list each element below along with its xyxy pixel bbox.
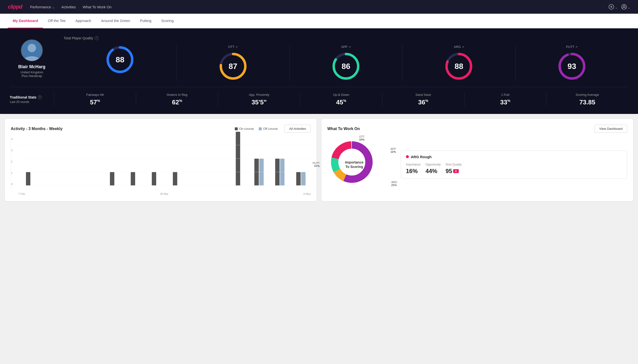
player-country: United Kingdom xyxy=(21,70,43,74)
ott-label: OTT xyxy=(228,45,238,49)
stats-subtitle: Last 20 rounds xyxy=(10,100,54,104)
user-menu-button[interactable] xyxy=(621,4,630,10)
arg-ring: 88 xyxy=(444,52,474,81)
bar-offcourse xyxy=(280,159,285,186)
grid-line-1 xyxy=(18,172,311,172)
performance-dropdown-icon xyxy=(52,5,55,9)
tab-off-the-tee[interactable]: Off the Tee xyxy=(43,14,71,28)
info-card-stats: Importance 16% Opportunity 44% Shot Qual… xyxy=(406,163,622,174)
tab-my-dashboard[interactable]: My Dashboard xyxy=(8,14,43,28)
overall-value: 88 xyxy=(116,55,124,64)
donut-chart: Importance To Scoring xyxy=(327,138,381,192)
tpq-putt: PUTT 93 xyxy=(516,45,628,81)
bar-group-10 xyxy=(228,132,248,186)
shot-quality-badge: ▼ xyxy=(453,169,459,173)
activity-panel-header: Activity - 3 Months - Weekly On course O… xyxy=(11,125,311,133)
grid-line-2 xyxy=(18,158,311,159)
stats-label-section: Traditional Stats ? Last 20 rounds xyxy=(10,95,54,104)
nav-performance[interactable]: Performance xyxy=(30,1,55,13)
bar-oncourse xyxy=(236,132,240,186)
bar-group-0 xyxy=(18,172,38,186)
user-dropdown-icon xyxy=(628,4,630,10)
app-trend-icon xyxy=(349,45,351,49)
chart-legend: On course Off course xyxy=(235,127,278,130)
add-button[interactable] xyxy=(609,4,617,10)
donut-section: OTT10% APP12% ARG21% PUTT57% xyxy=(327,138,381,192)
wtwo-content: OTT10% APP12% ARG21% PUTT57% xyxy=(327,138,627,192)
offcourse-dot xyxy=(259,127,262,130)
putt-ring: 93 xyxy=(557,52,587,81)
bar-group-13 xyxy=(291,172,311,186)
bar-oncourse xyxy=(131,172,135,186)
putt-trend-icon xyxy=(575,45,577,49)
ott-value: 87 xyxy=(229,62,238,71)
bar-offcourse xyxy=(259,159,264,186)
arg-value: 88 xyxy=(455,62,464,71)
stats-title: Traditional Stats ? xyxy=(10,95,54,99)
add-dropdown-icon xyxy=(615,4,617,10)
app-value: 86 xyxy=(341,62,350,71)
bar-group-7 xyxy=(165,172,185,186)
bar-group-5 xyxy=(123,172,143,186)
app-label: APP xyxy=(341,45,351,49)
nav-what-to-work-on[interactable]: What To Work On xyxy=(83,1,112,13)
tpq-help-icon[interactable]: ? xyxy=(95,36,99,40)
app-ring: 86 xyxy=(331,52,361,81)
stat-updown: Up & Down 45% xyxy=(300,93,382,106)
bar-oncourse xyxy=(254,159,259,186)
activity-title: Activity - 3 Months - Weekly xyxy=(11,127,62,131)
tpq-circles: 88 OTT 87 xyxy=(64,45,628,81)
nav-links: Performance Activities What To Work On xyxy=(30,1,601,13)
nav-right xyxy=(609,4,630,10)
info-card: ARG Rough Importance 16% Opportunity 44%… xyxy=(401,150,627,179)
tpq-app: APP 86 xyxy=(290,45,402,81)
tab-approach[interactable]: Approach xyxy=(71,14,96,28)
nav-activities[interactable]: Activities xyxy=(62,1,76,13)
x-labels: 7 Feb 28 Mar 9 May xyxy=(11,192,311,195)
bar-oncourse xyxy=(152,172,156,186)
stat-sandsave: Sand Save 36% xyxy=(382,93,464,106)
wtwo-header: What To Work On View Dashboard xyxy=(327,125,627,133)
tpq-overall: 88 xyxy=(64,45,176,81)
oncourse-dot xyxy=(235,127,238,130)
logo: clippd xyxy=(8,4,22,10)
arg-label: ARG xyxy=(454,45,464,49)
ott-trend-icon xyxy=(236,45,238,49)
stat-scoring: Scoring Average 73.85 xyxy=(546,93,628,106)
info-card-title: ARG Rough xyxy=(406,155,622,159)
tab-around-the-green[interactable]: Around the Green xyxy=(96,14,135,28)
bar-group-6 xyxy=(144,172,164,186)
bar-oncourse xyxy=(275,159,280,186)
bar-oncourse xyxy=(173,172,177,186)
hero-top: Blair McHarg United Kingdom Plus Handica… xyxy=(10,36,628,81)
avatar xyxy=(21,39,43,61)
wtwo-title: What To Work On xyxy=(327,127,360,131)
tab-putting[interactable]: Putting xyxy=(135,14,156,28)
grid-line-3 xyxy=(18,145,311,145)
hero-section: Blair McHarg United Kingdom Plus Handica… xyxy=(0,28,638,114)
info-stat-importance: Importance 16% xyxy=(406,163,420,174)
bar-oncourse xyxy=(110,172,114,186)
arg-outer-label: ARG21% xyxy=(391,181,397,186)
top-nav: clippd Performance Activities What To Wo… xyxy=(0,0,638,14)
view-dashboard-button[interactable]: View Dashboard xyxy=(595,125,627,133)
putt-label: PUTT xyxy=(566,45,577,49)
player-handicap: Plus Handicap xyxy=(22,74,42,78)
tpq-label: Total Player Quality ? xyxy=(64,36,628,40)
wtwo-panel: What To Work On View Dashboard OTT10% AP… xyxy=(321,119,633,201)
tab-scoring[interactable]: Scoring xyxy=(156,14,178,28)
putt-outer-label: PUTT57% xyxy=(313,162,320,168)
activity-panel: Activity - 3 Months - Weekly On course O… xyxy=(5,119,317,201)
chart-area: 0 1 2 3 4 xyxy=(11,138,311,195)
bar-oncourse xyxy=(26,172,30,186)
player-name: Blair McHarg xyxy=(18,64,45,70)
stat-1putt: 1 Putt 33% xyxy=(464,93,546,106)
bar-offcourse xyxy=(301,172,306,186)
grid-line-0 xyxy=(18,185,311,186)
tpq-section: Total Player Quality ? 88 xyxy=(64,36,628,81)
ott-ring: 87 xyxy=(218,52,248,81)
bar-group-11 xyxy=(249,159,269,186)
stat-gir: Greens In Reg 62% xyxy=(136,93,218,106)
all-activities-button[interactable]: All Activities xyxy=(285,125,311,133)
stats-help-icon[interactable]: ? xyxy=(38,95,42,99)
